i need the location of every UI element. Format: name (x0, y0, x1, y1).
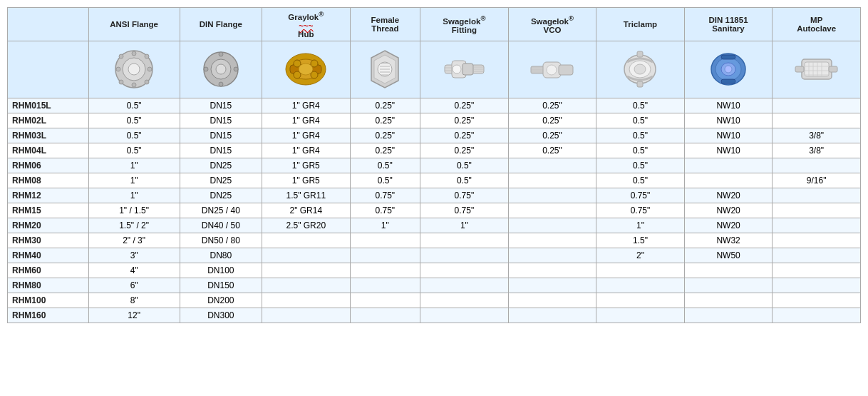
cell-model: RHM02L (8, 113, 89, 128)
cell-din: DN25 / 40 (180, 203, 262, 218)
cell-swagelok_vco (508, 158, 596, 173)
cell-swagelok_vco (508, 263, 596, 278)
din-flange-icon (200, 48, 242, 91)
table-row: RHM04L0.5"DN151" GR40.25"0.25"0.25"0.5"N… (8, 143, 861, 158)
cell-model: RHM30 (8, 233, 89, 248)
cell-female: 0.5" (350, 158, 420, 173)
cell-din11851: NW50 (684, 248, 773, 263)
cell-swagelok_vco: 0.25" (508, 128, 596, 143)
header-din11851: DIN 11851Sanitary (684, 8, 773, 41)
table-row: RHM604"DN100 (8, 263, 861, 278)
img-ansi-flange (88, 41, 180, 98)
cell-female (350, 308, 420, 323)
header-triclamp: Triclamp (596, 8, 685, 41)
cell-swagelok_fitting: 1" (420, 218, 509, 233)
svg-rect-60 (721, 79, 735, 83)
cell-triclamp: 0.5" (596, 173, 685, 188)
cell-din11851: NW10 (684, 98, 773, 113)
cell-swagelok_vco (508, 293, 596, 308)
cell-graylok: 1" GR4 (262, 143, 351, 158)
graylok-brand: Graylok® (288, 13, 324, 21)
header-mp-autoclave: MPAutoclave (773, 8, 861, 41)
cell-din11851 (684, 158, 773, 173)
svg-point-7 (119, 54, 123, 59)
cell-graylok (262, 278, 351, 293)
cell-model: RHM04L (8, 143, 89, 158)
cell-female (350, 233, 420, 248)
svg-point-15 (219, 82, 223, 86)
cell-swagelok_vco (508, 278, 596, 293)
cell-swagelok_vco (508, 248, 596, 263)
header-swagelok-vco: Swagelok®VCO (508, 8, 596, 41)
cell-female: 0.75" (350, 203, 420, 218)
svg-point-2 (128, 64, 140, 75)
cell-triclamp (596, 293, 685, 308)
header-model (8, 8, 89, 41)
cell-triclamp: 0.75" (596, 203, 685, 218)
cell-mp (773, 233, 861, 248)
cell-model: RHM60 (8, 263, 89, 278)
svg-point-25 (299, 64, 313, 75)
cell-ansi: 0.5" (88, 113, 180, 128)
cell-din: DN40 / 50 (180, 218, 262, 233)
cell-ansi: 12" (88, 308, 180, 323)
cell-swagelok_fitting: 0.75" (420, 188, 509, 203)
svg-point-58 (725, 66, 732, 73)
cell-din11851: NW32 (684, 233, 773, 248)
img-swagelok-vco (508, 41, 596, 98)
cell-model: RHM12 (8, 188, 89, 203)
cell-ansi: 0.5" (88, 98, 180, 113)
cell-din: DN15 (180, 98, 262, 113)
cell-graylok (262, 293, 351, 308)
svg-point-49 (547, 65, 557, 75)
cell-graylok: 1" GR4 (262, 128, 351, 143)
cell-ansi: 1" (88, 173, 180, 188)
cell-female (350, 263, 420, 278)
cell-mp: 9/16" (773, 173, 861, 188)
cell-graylok (262, 308, 351, 323)
cell-mp (773, 308, 861, 323)
svg-rect-59 (721, 55, 735, 59)
cell-swagelok_vco (508, 233, 596, 248)
svg-rect-36 (463, 64, 473, 75)
table-row: RHM121"DN251.5" GR110.75"0.75"0.75"NW20 (8, 188, 861, 203)
cell-swagelok_vco (508, 308, 596, 323)
cell-din11851: NW10 (684, 143, 773, 158)
svg-point-37 (453, 65, 461, 73)
cell-ansi: 8" (88, 293, 180, 308)
img-female-thread (350, 41, 420, 98)
cell-model: RHM100 (8, 293, 89, 308)
cell-din11851 (684, 173, 773, 188)
cell-swagelok_fitting (420, 293, 509, 308)
cell-female (350, 248, 420, 263)
svg-point-10 (145, 80, 149, 84)
header-ansi-flange: ANSI Flange (88, 8, 180, 41)
cell-ansi: 2" / 3" (88, 233, 180, 248)
cell-mp (773, 98, 861, 113)
cell-graylok: 2.5" GR20 (262, 218, 351, 233)
svg-point-52 (634, 64, 646, 74)
cell-din: DN15 (180, 143, 262, 158)
img-model-placeholder (8, 41, 89, 98)
cell-din11851: NW20 (684, 203, 773, 218)
cell-mp (773, 113, 861, 128)
cell-ansi: 0.5" (88, 128, 180, 143)
cell-ansi: 4" (88, 263, 180, 278)
cell-female: 1" (350, 218, 420, 233)
cell-swagelok_vco (508, 173, 596, 188)
cell-model: RHM08 (8, 173, 89, 188)
cell-graylok (262, 233, 351, 248)
cell-triclamp: 0.5" (596, 158, 685, 173)
svg-point-9 (119, 80, 123, 84)
cell-model: RHM015L (8, 98, 89, 113)
table-row: RHM302" / 3"DN50 / 801.5"NW32 (8, 233, 861, 248)
svg-point-4 (132, 83, 136, 87)
img-triclamp (596, 41, 685, 98)
cell-graylok: 1" GR5 (262, 173, 351, 188)
cell-model: RHM20 (8, 218, 89, 233)
cell-swagelok_fitting: 0.25" (420, 113, 509, 128)
female-thread-icon (367, 48, 403, 91)
cell-triclamp: 2" (596, 248, 685, 263)
svg-point-8 (145, 54, 149, 59)
cell-din: DN100 (180, 263, 262, 278)
